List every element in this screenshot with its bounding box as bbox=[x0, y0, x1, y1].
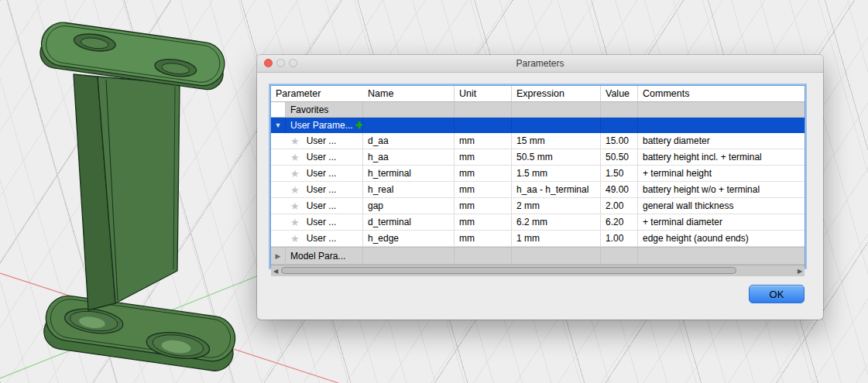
cell-comments[interactable]: battery height w/o + terminal bbox=[638, 182, 805, 197]
column-header-unit[interactable]: Unit bbox=[455, 86, 512, 101]
parameters-dialog: Parameters Parameter Name Unit Expressio… bbox=[257, 55, 823, 320]
scroll-left-icon[interactable]: ◀ bbox=[272, 266, 280, 275]
expand-triangle-icon[interactable]: ▼ bbox=[275, 121, 282, 129]
ok-button[interactable]: OK bbox=[749, 285, 805, 303]
column-header-name[interactable]: Name bbox=[363, 86, 455, 101]
cell-unit[interactable]: mm bbox=[455, 166, 512, 181]
cell-unit[interactable]: mm bbox=[455, 214, 512, 230]
cell-value[interactable]: 1.50 bbox=[601, 166, 638, 181]
table-row[interactable]: ★User ... gap mm 2 mm 2.00 general wall … bbox=[271, 198, 805, 214]
model-parameters-label: Model Para... bbox=[286, 248, 363, 264]
battery-holder-model[interactable] bbox=[38, 20, 238, 374]
cell-unit[interactable]: mm bbox=[455, 149, 512, 165]
cell-value[interactable]: 50.50 bbox=[601, 149, 638, 165]
scroll-right-icon[interactable]: ▶ bbox=[796, 266, 804, 275]
collapsed-triangle-icon[interactable]: ▶ bbox=[276, 252, 281, 260]
cell-expression[interactable]: 1 mm bbox=[512, 231, 601, 246]
favorites-label: Favorites bbox=[286, 102, 363, 117]
cell-comments[interactable]: + terminal diameter bbox=[638, 214, 805, 230]
table-footer: ◀ ▶ bbox=[271, 265, 805, 276]
scrollbar-thumb[interactable] bbox=[281, 267, 736, 274]
cell-value[interactable]: 15.00 bbox=[601, 133, 638, 149]
favorite-star-icon[interactable]: ★ bbox=[290, 152, 300, 162]
cell-value[interactable]: 2.00 bbox=[601, 198, 638, 214]
favorite-star-icon[interactable]: ★ bbox=[290, 234, 300, 244]
cell-expression[interactable]: 2 mm bbox=[512, 198, 601, 214]
column-header-parameter[interactable]: Parameter bbox=[271, 86, 363, 101]
cell-expression[interactable]: 6.2 mm bbox=[512, 214, 601, 230]
cell-value[interactable]: 49.00 bbox=[601, 182, 638, 197]
cell-name[interactable]: h_real bbox=[363, 182, 455, 197]
cell-comments[interactable]: battery diameter bbox=[638, 133, 805, 149]
user-parameters-label: User Parame... bbox=[290, 120, 353, 131]
horizontal-scrollbar[interactable]: ◀ ▶ bbox=[271, 265, 805, 276]
cell-name[interactable]: d_aa bbox=[363, 133, 455, 149]
table-row[interactable]: ★User ... d_terminal mm 6.2 mm 6.20 + te… bbox=[271, 214, 805, 231]
table-row[interactable]: ★User ... h_real mm h_aa - h_terminal 49… bbox=[271, 182, 805, 198]
dialog-titlebar[interactable]: Parameters bbox=[257, 55, 823, 73]
favorite-star-icon[interactable]: ★ bbox=[290, 201, 300, 211]
cell-expression[interactable]: 15 mm bbox=[512, 133, 601, 149]
favorite-star-icon[interactable]: ★ bbox=[290, 217, 300, 227]
cell-name[interactable]: d_terminal bbox=[363, 214, 455, 230]
cell-unit[interactable]: mm bbox=[455, 182, 512, 197]
cell-name[interactable]: gap bbox=[363, 198, 455, 214]
table-row[interactable]: ★User ... h_terminal mm 1.5 mm 1.50 + te… bbox=[271, 166, 805, 182]
favorite-star-icon[interactable]: ★ bbox=[290, 185, 300, 195]
cell-comments[interactable]: edge height (aound ends) bbox=[638, 231, 805, 246]
add-parameter-icon[interactable]: ✚ bbox=[355, 120, 363, 131]
dialog-title: Parameters bbox=[257, 58, 823, 69]
model-bottom-plate bbox=[42, 293, 238, 374]
cell-expression[interactable]: 50.5 mm bbox=[512, 149, 601, 165]
cell-name[interactable]: h_terminal bbox=[363, 166, 455, 181]
favorites-row[interactable]: Favorites bbox=[271, 102, 805, 118]
favorite-star-icon[interactable]: ★ bbox=[290, 136, 300, 146]
table-row[interactable]: ★User ... d_aa mm 15 mm 15.00 battery di… bbox=[271, 133, 805, 149]
table-row[interactable]: ★User ... h_edge mm 1 mm 1.00 edge heigh… bbox=[271, 231, 805, 247]
column-header-value[interactable]: Value bbox=[601, 86, 638, 101]
cell-unit[interactable]: mm bbox=[455, 133, 512, 149]
model-parameters-group-row[interactable]: ▶ Model Para... bbox=[271, 247, 805, 265]
favorite-star-icon[interactable]: ★ bbox=[290, 169, 300, 179]
cell-unit[interactable]: mm bbox=[455, 231, 512, 246]
cell-comments[interactable]: general wall thickness bbox=[638, 198, 805, 214]
cell-value[interactable]: 1.00 bbox=[601, 231, 638, 246]
cell-expression[interactable]: 1.5 mm bbox=[512, 166, 601, 181]
column-header-expression[interactable]: Expression bbox=[512, 86, 601, 101]
column-header-comments[interactable]: Comments bbox=[638, 86, 805, 101]
table-row[interactable]: ★User ... h_aa mm 50.5 mm 50.50 battery … bbox=[271, 149, 805, 166]
cell-value[interactable]: 6.20 bbox=[601, 214, 638, 230]
parameters-table: Parameter Name Unit Expression Value Com… bbox=[270, 85, 805, 268]
table-header-row: Parameter Name Unit Expression Value Com… bbox=[271, 86, 805, 102]
cell-name[interactable]: h_aa bbox=[363, 149, 455, 165]
user-parameters-group-row[interactable]: ▼ User Parame... ✚ bbox=[271, 118, 805, 133]
cell-comments[interactable]: + terminal height bbox=[638, 166, 805, 181]
model-column bbox=[74, 74, 180, 310]
cell-expression[interactable]: h_aa - h_terminal bbox=[512, 182, 601, 197]
cell-comments[interactable]: battery height incl. + terminal bbox=[638, 149, 805, 165]
cell-unit[interactable]: mm bbox=[455, 198, 512, 214]
cell-name[interactable]: h_edge bbox=[363, 231, 455, 246]
